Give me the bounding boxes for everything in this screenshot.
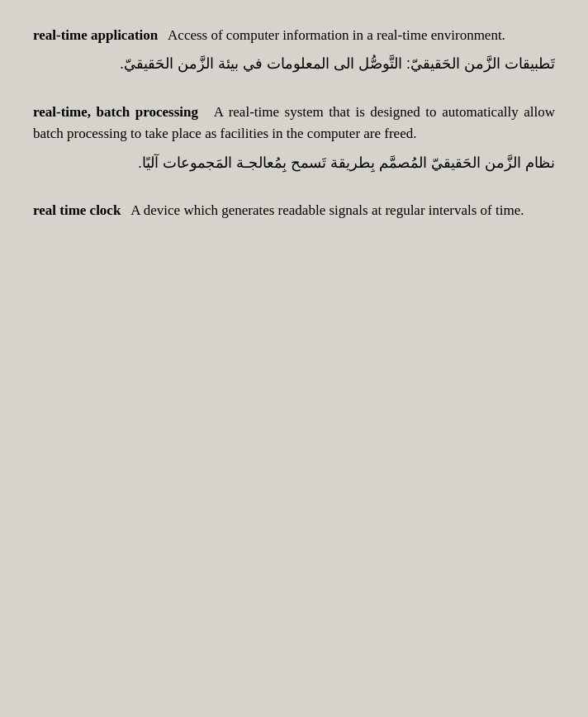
- entry-real-time-batch-processing: real-time, batch processing A real-time …: [33, 102, 555, 175]
- entry-arabic-text: تَطبيقات الزَّمن الحَقيقيّ: التَّوصُّل ا…: [33, 51, 555, 77]
- entry-term: real time clock: [33, 202, 121, 218]
- entry-real-time-clock: real time clock A device which generates…: [33, 200, 555, 221]
- entry-term: real-time application: [33, 27, 158, 43]
- entry-english-text: real-time application Access of computer…: [33, 25, 555, 46]
- entry-term: real-time, batch processing: [33, 104, 198, 120]
- entry-arabic-text: نظام الزَّمن الحَقيقيّ المُصمَّم بِطريقة…: [33, 150, 555, 176]
- dictionary-page: real-time application Access of computer…: [33, 25, 555, 222]
- entry-english-text: real-time, batch processing A real-time …: [33, 102, 555, 145]
- entry-english-text: real time clock A device which generates…: [33, 200, 555, 221]
- entry-real-time-application: real-time application Access of computer…: [33, 25, 555, 77]
